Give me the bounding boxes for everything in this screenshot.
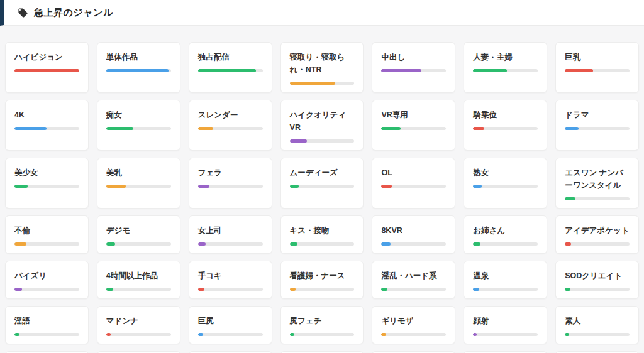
genre-progress-track (106, 185, 171, 188)
genre-progress-track (198, 69, 263, 72)
genre-progress-fill (473, 127, 484, 130)
genre-label: 手コキ (198, 269, 263, 282)
genre-label: 中出し (381, 51, 446, 63)
genre-label: ムーディーズ (290, 166, 355, 179)
genre-card[interactable]: 4時間以上作品 (97, 261, 180, 299)
genre-progress-track (198, 242, 263, 246)
genre-card[interactable]: 女上司 (189, 215, 272, 254)
genre-label: ハイクオリティVR (290, 109, 355, 134)
genre-label: 女上司 (198, 224, 263, 237)
genre-card[interactable]: お姉さん (464, 215, 547, 254)
genre-progress-fill (106, 333, 111, 336)
genre-card[interactable]: 美少女 (5, 158, 89, 209)
genre-progress-track (198, 185, 263, 188)
genre-card[interactable]: ハイクオリティVR (280, 100, 364, 151)
genre-label: 騎乗位 (473, 109, 538, 121)
genre-card[interactable]: 騎乗位 (464, 100, 547, 151)
genre-progress-fill (565, 127, 579, 130)
genre-progress-fill (565, 197, 575, 200)
genre-card[interactable]: 美乳 (97, 158, 180, 209)
genre-card[interactable]: 寝取り・寝取られ・NTR (280, 42, 364, 93)
section-title: 急上昇のジャンル (34, 7, 113, 19)
genre-card[interactable]: 単体作品 (97, 42, 180, 93)
genre-progress-track (290, 185, 355, 188)
genre-progress-track (565, 197, 630, 200)
genre-card[interactable]: キス・接吻 (280, 215, 364, 254)
genre-card[interactable]: 痴女 (97, 100, 180, 151)
genre-card[interactable]: 巨尻 (189, 306, 272, 344)
genre-card[interactable]: ムーディーズ (280, 158, 364, 209)
genre-card[interactable]: 看護婦・ナース (280, 261, 364, 299)
genre-card[interactable]: ドラマ (555, 100, 639, 151)
genre-label: エスワン ナンバーワンスタイル (565, 166, 630, 192)
genre-progress-track (473, 185, 538, 188)
genre-label: お姉さん (473, 224, 538, 237)
genre-progress-fill (14, 69, 79, 72)
genre-progress-fill (381, 333, 386, 336)
genre-card[interactable]: 4K (5, 100, 89, 151)
genre-card[interactable]: エスワン ナンバーワンスタイル (555, 158, 639, 209)
genre-card[interactable]: 人妻・主婦 (464, 42, 547, 93)
genre-progress-fill (290, 288, 296, 291)
genre-progress-fill (473, 69, 506, 72)
genre-progress-fill (198, 333, 203, 336)
genre-progress-fill (565, 288, 570, 291)
genre-progress-fill (381, 127, 401, 130)
genre-card[interactable]: 素人 (555, 306, 639, 344)
genre-label: アイデアポケット (565, 224, 630, 237)
genre-card[interactable]: OL (372, 158, 455, 209)
genre-card[interactable]: パイズリ (5, 261, 89, 299)
genre-card[interactable]: 手コキ (189, 261, 272, 299)
genre-card[interactable]: 中出し (372, 42, 455, 93)
genre-progress-track (381, 185, 446, 188)
genre-card[interactable]: アイデアポケット (555, 215, 639, 254)
genre-progress-track (14, 185, 79, 188)
genre-card[interactable]: ハイビジョン (5, 42, 89, 93)
genre-card[interactable]: 独占配信 (189, 42, 272, 93)
genre-label: 尻フェチ (290, 315, 355, 327)
genre-progress-fill (106, 185, 126, 188)
genre-progress-fill (198, 69, 257, 72)
genre-progress-fill (290, 139, 308, 143)
genre-progress-track (106, 242, 171, 246)
genre-progress-fill (290, 185, 299, 188)
genre-label: 美少女 (14, 166, 79, 179)
genre-card[interactable]: デジモ (97, 215, 180, 254)
genre-progress-fill (290, 242, 297, 246)
genre-card[interactable]: ギリモザ (372, 306, 455, 344)
genre-card[interactable]: 淫乱・ハード系 (372, 261, 455, 299)
genre-progress-fill (381, 69, 421, 72)
genre-card[interactable]: 巨乳 (555, 42, 639, 93)
genre-label: デジモ (106, 224, 171, 237)
genre-card[interactable]: VR専用 (372, 100, 455, 151)
genre-label: パイズリ (14, 269, 79, 282)
tag-icon (18, 8, 28, 18)
genre-label: ハイビジョン (14, 51, 79, 63)
genre-progress-track (473, 242, 538, 246)
genre-label: ギリモザ (381, 315, 446, 327)
genre-progress-fill (198, 242, 206, 246)
genre-progress-track (381, 288, 446, 291)
genre-card[interactable]: 淫語 (5, 306, 89, 344)
genre-card[interactable]: 熟女 (464, 158, 547, 209)
genre-progress-fill (381, 185, 391, 188)
genre-card[interactable]: 不倫 (5, 215, 89, 254)
genre-progress-track (290, 242, 355, 246)
genre-card[interactable]: マドンナ (97, 306, 180, 344)
genre-progress-fill (106, 127, 133, 130)
genre-card[interactable]: SODクリエイト (555, 261, 639, 299)
genre-card[interactable]: 温泉 (464, 261, 547, 299)
genre-progress-fill (381, 288, 387, 291)
genre-card[interactable]: スレンダー (189, 100, 272, 151)
genre-card[interactable]: 顔射 (464, 306, 547, 344)
genre-progress-fill (198, 288, 204, 291)
genre-label: SODクリエイト (565, 269, 630, 282)
genre-label: 4K (14, 109, 79, 121)
section-header: 急上昇のジャンル (0, 0, 644, 26)
genre-card[interactable]: フェラ (189, 158, 272, 209)
genre-card[interactable]: 8KVR (372, 215, 455, 254)
genre-progress-fill (473, 242, 480, 246)
genre-progress-track (473, 127, 538, 130)
genre-card[interactable]: 尻フェチ (280, 306, 364, 344)
genre-progress-fill (565, 242, 571, 246)
